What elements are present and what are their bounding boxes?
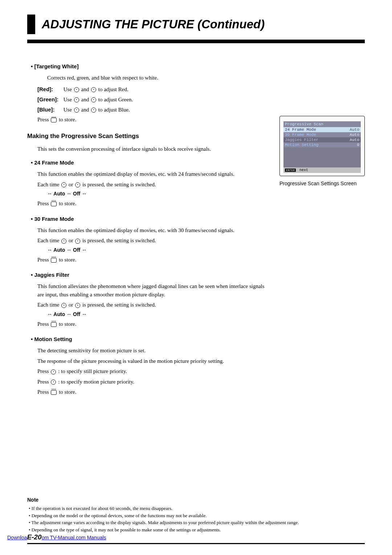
enter-icon bbox=[51, 202, 57, 206]
right-arrow-icon bbox=[91, 97, 96, 102]
motion-line1: The detecting sensitivity for motion pic… bbox=[37, 347, 269, 355]
note-item: The adjustment range varies according to… bbox=[29, 519, 365, 526]
motion-press-motion: Press : to specify motion picture priori… bbox=[37, 378, 269, 386]
note-item: Depending on the model or the optional d… bbox=[29, 512, 365, 519]
frame30-each-time: Each time or is pressed, the setting is … bbox=[37, 236, 269, 245]
motion-press-store: Press to store. bbox=[37, 388, 269, 396]
enter-icon bbox=[51, 258, 57, 263]
motion-press-still: Press : to specify still picture priorit… bbox=[37, 367, 269, 376]
left-arrow-icon bbox=[74, 87, 79, 92]
left-arrow-icon bbox=[61, 182, 66, 187]
right-arrow-icon bbox=[75, 239, 80, 244]
green-adjust-row: [Green]: Use and to adjust Green. bbox=[37, 94, 269, 105]
right-arrow-icon bbox=[91, 108, 96, 113]
green-label: [Green]: bbox=[37, 94, 62, 104]
frame30-desc: This function enables the optimized disp… bbox=[37, 226, 269, 235]
left-arrow-icon bbox=[61, 303, 66, 308]
blue-label: [Blue]: bbox=[37, 105, 62, 114]
right-arrow-icon bbox=[75, 182, 80, 187]
red-label: [Red]: bbox=[37, 84, 62, 94]
frame24-title: 24 Frame Mode bbox=[31, 159, 269, 166]
jaggies-options: ↔ Auto ↔ Off ↔ bbox=[47, 311, 269, 317]
left-arrow-icon bbox=[51, 369, 56, 374]
progressive-scan-screenshot: Progressive Scan 24 Frame Mode Auto 30 F… bbox=[279, 116, 365, 176]
footer-link[interactable]: DownloaE-20om TV-Manual.com Manuals bbox=[7, 533, 106, 541]
progressive-scan-heading: Making the Progressive Scan Settings bbox=[27, 133, 269, 140]
left-arrow-icon bbox=[74, 108, 79, 113]
menu-title: Progressive Scan bbox=[283, 121, 361, 127]
frame24-each-time: Each time or is pressed, the setting is … bbox=[37, 181, 269, 189]
frame24-desc: This function enables the optimized disp… bbox=[37, 170, 269, 178]
jaggies-desc: This function alleviates the phenomenon … bbox=[37, 282, 269, 299]
enter-icon bbox=[51, 322, 57, 327]
enter-icon bbox=[51, 118, 57, 122]
screenshot-caption: Progressive Scan Settings Screen bbox=[279, 181, 365, 186]
right-arrow-icon bbox=[51, 380, 56, 385]
press-store-row: Press to store. bbox=[37, 115, 269, 125]
menu-row-motion: Motion Setting 0 bbox=[283, 142, 361, 147]
motion-title: Motion Setting bbox=[31, 336, 269, 342]
menu-footer: ENTER next bbox=[283, 167, 361, 173]
blue-adjust-row: [Blue]: Use and to adjust Blue. bbox=[37, 105, 269, 115]
note-section: Note If the operation is not executed fo… bbox=[27, 497, 365, 533]
red-adjust-row: [Red]: Use and to adjust Red. bbox=[37, 84, 269, 94]
menu-row-24frame: 24 Frame Mode Auto bbox=[283, 127, 361, 132]
jaggies-press-store: Press to store. bbox=[37, 320, 269, 328]
page-title: ADJUSTING THE PICTURE (Continued) bbox=[42, 15, 365, 34]
jaggies-each-time: Each time or is pressed, the setting is … bbox=[37, 301, 269, 309]
frame24-press-store: Press to store. bbox=[37, 199, 269, 208]
right-arrow-icon bbox=[75, 303, 80, 308]
targeting-white-desc: Corrects red, green, and blue with respe… bbox=[47, 74, 269, 82]
enter-icon bbox=[51, 390, 57, 395]
frame24-options: ↔ Auto ↔ Off ↔ bbox=[47, 191, 269, 197]
header-underline bbox=[27, 40, 365, 43]
progressive-scan-intro: This sets the conversion processing of i… bbox=[37, 145, 269, 153]
header-accent-block bbox=[27, 15, 35, 34]
note-item: Depending on the type of signal, it may … bbox=[29, 526, 365, 534]
jaggies-title: Jaggies Filter bbox=[31, 272, 269, 278]
motion-line2: The response of the picture processing i… bbox=[37, 357, 269, 365]
menu-row-jaggies: Jaggies Filter Auto bbox=[283, 137, 361, 142]
menu-row-30frame: 30 Frame Mode Auto bbox=[283, 132, 361, 137]
right-arrow-icon bbox=[91, 87, 96, 92]
targeting-white-title: [Targeting White] bbox=[31, 63, 269, 69]
left-arrow-icon bbox=[61, 239, 66, 244]
footer-bar bbox=[27, 543, 365, 544]
left-arrow-icon bbox=[74, 97, 79, 102]
frame30-press-store: Press to store. bbox=[37, 256, 269, 264]
note-item: If the operation is not executed for abo… bbox=[29, 505, 365, 512]
frame30-options: ↔ Auto ↔ Off ↔ bbox=[47, 247, 269, 253]
frame30-title: 30 Frame Mode bbox=[31, 216, 269, 222]
note-title: Note bbox=[27, 497, 365, 503]
